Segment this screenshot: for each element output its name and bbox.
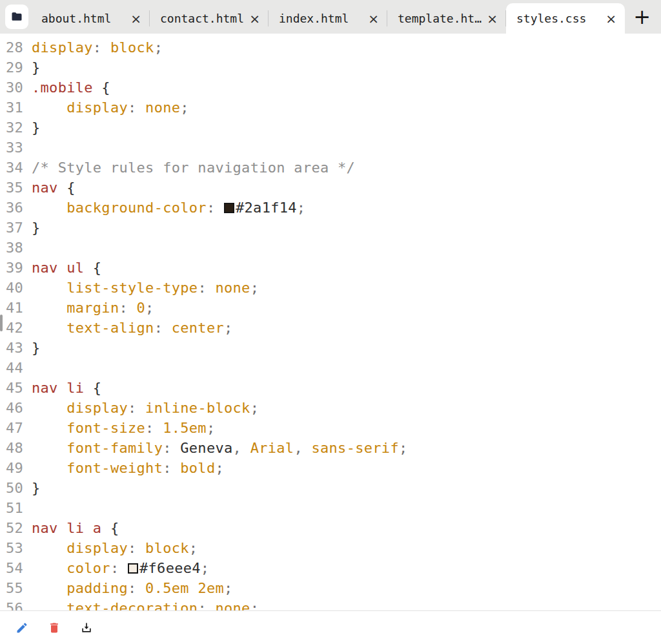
color-swatch[interactable] xyxy=(128,563,138,574)
code-line: 40 list-style-type: none; xyxy=(0,278,661,298)
code-line-content: color: #f6eee4; xyxy=(23,558,209,578)
code-token: : xyxy=(128,400,145,416)
code-token: ; xyxy=(189,540,198,556)
edit-button[interactable] xyxy=(14,620,30,636)
code-token: } xyxy=(32,340,41,356)
code-token: /* Style rules for navigation area */ xyxy=(32,160,355,176)
line-number: 44 xyxy=(0,358,23,378)
line-number: 35 xyxy=(0,178,23,198)
code-token: none xyxy=(215,600,250,610)
line-number: 55 xyxy=(0,578,23,598)
line-number: 45 xyxy=(0,378,23,398)
code-line-content: font-size: 1.5em; xyxy=(23,418,215,438)
code-token: ; xyxy=(399,440,408,456)
code-line: 35nav { xyxy=(0,178,661,198)
code-token: : xyxy=(128,99,145,116)
new-tab-button[interactable]: + xyxy=(633,6,651,27)
code-line-content: } xyxy=(23,338,41,358)
download-button[interactable] xyxy=(79,620,94,636)
code-token: Geneva xyxy=(180,440,232,456)
folder-icon xyxy=(10,10,23,23)
code-token: text-align xyxy=(66,320,154,336)
code-token xyxy=(32,440,66,456)
line-number: 38 xyxy=(0,238,23,258)
code-token: Arial xyxy=(250,440,294,456)
code-token: 0.5em 2em xyxy=(145,580,224,596)
code-token: center xyxy=(172,320,224,336)
code-token: : xyxy=(128,580,145,596)
code-line-content: } xyxy=(23,478,41,498)
code-line: 28display: block; xyxy=(0,37,661,57)
tab-close-icon[interactable]: × xyxy=(363,12,379,25)
line-number: 34 xyxy=(0,158,23,178)
line-number: 33 xyxy=(0,138,23,158)
line-number: 48 xyxy=(0,438,23,458)
code-token xyxy=(32,200,66,216)
code-token: ; xyxy=(250,280,259,296)
code-line-content: } xyxy=(23,57,41,78)
tab-close-icon[interactable]: × xyxy=(125,12,141,25)
tab-contact.html[interactable]: contact.html× xyxy=(150,3,269,34)
code-line: 37} xyxy=(0,218,661,238)
code-line: 51 xyxy=(0,498,661,518)
line-number: 43 xyxy=(0,338,23,358)
code-token: sans-serif xyxy=(311,440,398,456)
tab-about.html[interactable]: about.html× xyxy=(31,3,150,34)
code-token: } xyxy=(32,480,41,496)
code-line-content: list-style-type: none; xyxy=(23,278,259,298)
code-line: 53 display: block; xyxy=(0,538,661,558)
code-token: 1.5em xyxy=(163,420,207,436)
code-token: ; xyxy=(250,400,259,416)
code-token: ; xyxy=(250,600,259,610)
code-token xyxy=(32,320,66,336)
tab-template.ht-[interactable]: template.ht…× xyxy=(387,3,506,34)
code-token: ; xyxy=(201,560,210,576)
code-token: } xyxy=(32,119,41,136)
code-token: font-weight xyxy=(66,460,163,476)
code-token: block xyxy=(145,540,189,556)
code-token: #2a1f14 xyxy=(236,200,297,216)
tab-close-icon[interactable]: × xyxy=(600,12,616,25)
code-line-content xyxy=(23,358,32,378)
tab-close-icon[interactable]: × xyxy=(244,12,260,25)
code-token: 0 xyxy=(137,300,146,316)
code-token: { xyxy=(58,180,76,196)
code-token: : xyxy=(163,460,180,476)
tab-close-icon[interactable]: × xyxy=(482,12,498,25)
code-token xyxy=(32,560,66,576)
code-line: 38 xyxy=(0,238,661,258)
scrollbar-thumb[interactable] xyxy=(0,315,3,331)
code-token: { xyxy=(101,520,119,536)
code-token: { xyxy=(93,79,110,96)
files-button[interactable] xyxy=(5,5,28,29)
code-line-content xyxy=(23,138,32,158)
code-token: : xyxy=(128,540,145,556)
color-swatch[interactable] xyxy=(224,203,234,213)
code-token xyxy=(32,280,66,296)
code-token xyxy=(32,300,66,316)
code-token: background-color xyxy=(66,200,207,216)
tab-index.html[interactable]: index.html× xyxy=(269,3,387,34)
code-token: : xyxy=(198,280,215,296)
code-line-content: } xyxy=(23,218,41,238)
code-line: 36 background-color: #2a1f14; xyxy=(0,198,661,218)
code-editor[interactable]: 28display: block;29}30.mobile {31 displa… xyxy=(0,34,661,610)
line-number: 50 xyxy=(0,478,23,498)
code-token: font-size xyxy=(66,420,145,436)
code-token: display xyxy=(66,400,128,416)
delete-button[interactable] xyxy=(46,620,62,636)
download-icon xyxy=(80,621,93,634)
code-token: block xyxy=(110,39,154,56)
tab-label: styles.css xyxy=(516,12,586,25)
line-number: 40 xyxy=(0,278,23,298)
code-token: : xyxy=(154,320,172,336)
code-line: 52nav li a { xyxy=(0,518,661,538)
line-number: 31 xyxy=(0,98,23,118)
bottom-toolbar xyxy=(0,610,661,644)
code-token: : xyxy=(110,560,128,576)
code-line: 46 display: inline-block; xyxy=(0,398,661,418)
code-token: nav ul xyxy=(32,260,84,276)
tab-styles.css[interactable]: styles.css× xyxy=(506,3,625,34)
code-token: font-family xyxy=(66,440,163,456)
code-token: : xyxy=(119,300,136,316)
